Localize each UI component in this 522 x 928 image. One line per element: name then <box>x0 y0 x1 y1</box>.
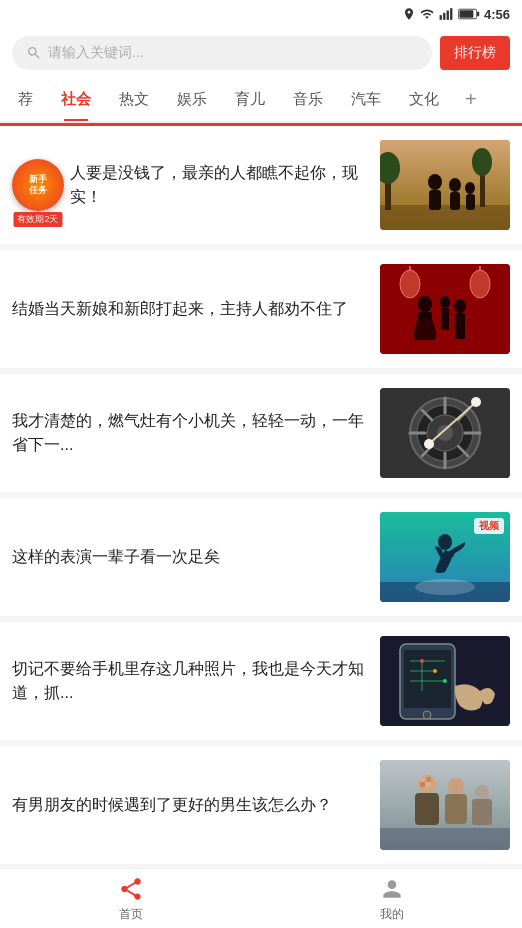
svg-rect-65 <box>415 793 439 825</box>
svg-point-23 <box>470 270 490 298</box>
list-item[interactable]: 我才清楚的，燃气灶有个小机关，轻轻一动，一年省下一... <box>0 374 522 492</box>
bottom-nav-home[interactable]: 首页 <box>117 875 145 923</box>
tab-yule[interactable]: 娱乐 <box>163 80 221 119</box>
badge-validity: 有效期2天 <box>13 212 62 227</box>
svg-rect-67 <box>445 794 467 824</box>
article-thumbnail: 视频 <box>380 512 510 602</box>
svg-point-60 <box>443 679 447 683</box>
svg-rect-63 <box>380 828 510 850</box>
svg-rect-2 <box>447 11 449 20</box>
tab-yuer[interactable]: 育儿 <box>221 80 279 119</box>
search-icon <box>26 45 42 61</box>
article-title: 人要是没钱了，最亲的人都瞧不起你，现实！ <box>12 161 368 209</box>
status-bar: 4:56 <box>0 0 522 28</box>
article-title: 结婚当天新娘和新郎打起来，主持人都劝不住了 <box>12 297 368 321</box>
profile-label: 我的 <box>380 906 404 923</box>
svg-rect-8 <box>380 205 510 230</box>
badge-text: 新手任务 <box>29 174 47 196</box>
svg-rect-0 <box>440 15 442 20</box>
svg-rect-1 <box>443 13 445 20</box>
svg-rect-74 <box>472 799 492 825</box>
battery-icon <box>458 8 480 20</box>
article-title: 我才清楚的，燃气灶有个小机关，轻轻一动，一年省下一... <box>12 409 368 457</box>
tab-wenhua[interactable]: 文化 <box>395 80 453 119</box>
svg-rect-6 <box>477 12 479 16</box>
signal-icon <box>438 7 454 21</box>
tab-shehui[interactable]: 社会 <box>47 80 105 119</box>
svg-point-59 <box>433 669 437 673</box>
svg-point-25 <box>418 296 432 312</box>
svg-point-49 <box>438 534 452 550</box>
list-item[interactable]: 切记不要给手机里存这几种照片，我也是今天才知道，抓... <box>0 622 522 740</box>
svg-rect-70 <box>426 777 431 782</box>
svg-point-12 <box>472 148 492 176</box>
list-item[interactable]: 结婚当天新娘和新郎打起来，主持人都劝不住了 <box>0 250 522 368</box>
svg-point-15 <box>449 178 461 192</box>
list-item[interactable]: 新手任务 有效期2天 人要是没钱了，最亲的人都瞧不起你，现实！ <box>0 126 522 244</box>
svg-point-58 <box>420 659 424 663</box>
svg-point-17 <box>465 182 475 194</box>
wifi-icon <box>420 7 434 21</box>
search-placeholder: 请输入关键词... <box>48 44 144 62</box>
home-label: 首页 <box>119 906 143 923</box>
bottom-nav-profile[interactable]: 我的 <box>378 875 406 923</box>
add-tab-button[interactable]: + <box>453 78 489 121</box>
tab-rewen[interactable]: 热文 <box>105 80 163 119</box>
article-thumbnail <box>380 388 510 478</box>
svg-rect-5 <box>459 10 473 17</box>
video-badge: 视频 <box>474 518 504 534</box>
article-thumbnail <box>380 140 510 230</box>
svg-rect-73 <box>475 785 489 799</box>
status-time: 4:56 <box>484 7 510 22</box>
svg-point-35 <box>437 425 453 441</box>
home-icon <box>117 875 145 903</box>
svg-rect-66 <box>448 778 464 794</box>
svg-rect-53 <box>404 650 451 708</box>
svg-point-61 <box>423 711 431 719</box>
tab-qiche[interactable]: 汽车 <box>337 80 395 119</box>
nav-tabs: 荐 社会 热文 娱乐 育儿 音乐 汽车 文化 + <box>0 78 522 123</box>
svg-point-13 <box>428 174 442 190</box>
rank-button[interactable]: 排行榜 <box>440 36 510 70</box>
search-bar: 请输入关键词... 排行榜 <box>0 28 522 78</box>
svg-rect-30 <box>441 308 449 330</box>
location-icon <box>402 7 416 21</box>
svg-rect-3 <box>450 8 452 20</box>
svg-rect-71 <box>420 782 425 787</box>
svg-point-27 <box>454 299 466 313</box>
svg-point-46 <box>424 439 434 449</box>
article-thumbnail <box>380 760 510 850</box>
article-title: 这样的表演一辈子看一次足矣 <box>12 545 368 569</box>
svg-point-50 <box>415 579 475 595</box>
article-title: 有男朋友的时候遇到了更好的男生该怎么办？ <box>12 793 368 817</box>
tab-jian[interactable]: 荐 <box>4 80 47 119</box>
article-thumbnail <box>380 264 510 354</box>
search-input-wrap[interactable]: 请输入关键词... <box>12 36 432 70</box>
bottom-nav: 首页 我的 <box>0 868 522 928</box>
user-icon <box>378 875 406 903</box>
article-list: 新手任务 有效期2天 人要是没钱了，最亲的人都瞧不起你，现实！ <box>0 126 522 864</box>
article-title: 切记不要给手机里存这几种照片，我也是今天才知道，抓... <box>12 657 368 705</box>
svg-point-29 <box>440 296 450 308</box>
svg-point-21 <box>400 270 420 298</box>
list-item[interactable]: 有男朋友的时候遇到了更好的男生该怎么办？ <box>0 746 522 864</box>
list-item[interactable]: 这样的表演一辈子看一次足矣 <box>0 498 522 616</box>
svg-point-45 <box>471 397 481 407</box>
article-thumbnail <box>380 636 510 726</box>
svg-rect-69 <box>420 777 425 782</box>
tab-yinyue[interactable]: 音乐 <box>279 80 337 119</box>
svg-rect-28 <box>455 313 465 339</box>
status-icons: 4:56 <box>402 7 510 22</box>
svg-rect-18 <box>466 194 475 210</box>
svg-rect-72 <box>426 782 431 787</box>
svg-rect-14 <box>429 190 441 210</box>
new-user-badge: 新手任务 有效期2天 <box>12 159 64 211</box>
svg-rect-16 <box>450 192 460 210</box>
